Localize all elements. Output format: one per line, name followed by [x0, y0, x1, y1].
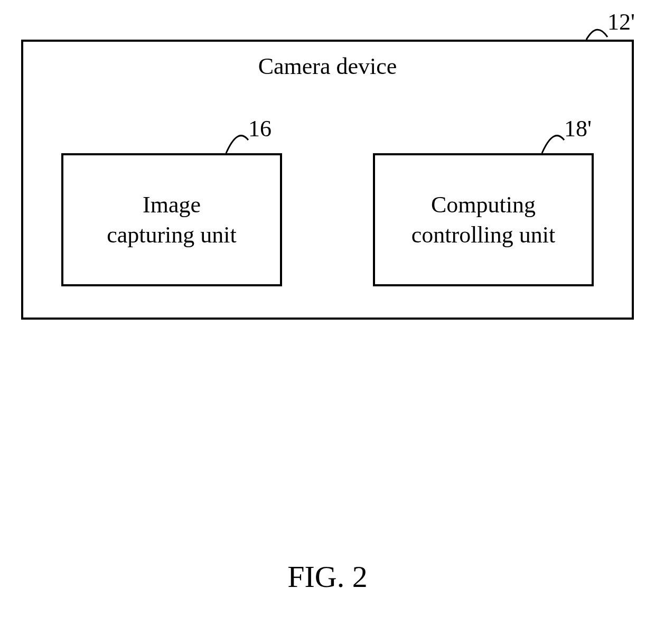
- image-capturing-unit-box: Image capturing unit: [61, 153, 282, 286]
- computing-controlling-line1: Computing: [431, 192, 536, 218]
- computing-controlling-line2: controlling unit: [411, 222, 556, 248]
- image-capturing-line2: capturing unit: [107, 222, 237, 248]
- figure-caption: FIG. 2: [287, 559, 367, 594]
- computing-controlling-unit-box: Computing controlling unit: [373, 153, 594, 286]
- ref-label-outer: 12': [607, 8, 635, 35]
- ref-label-right: 18': [564, 115, 592, 142]
- camera-device-title: Camera device: [258, 53, 397, 80]
- box-label: Computing controlling unit: [411, 190, 556, 250]
- image-capturing-line1: Image: [143, 192, 201, 218]
- ref-label-left: 16: [248, 115, 272, 142]
- box-label: Image capturing unit: [107, 190, 237, 250]
